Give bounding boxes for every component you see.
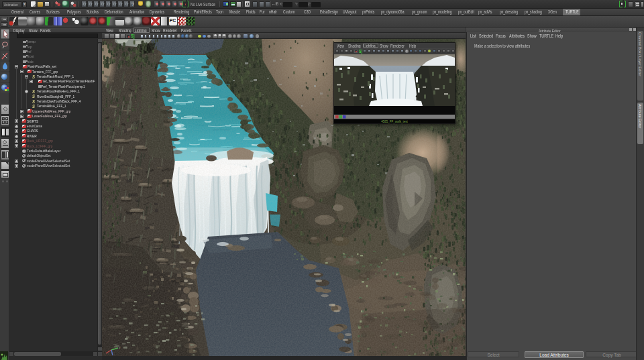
svg-text:4585_FF_walk_test: 4585_FF_walk_test <box>381 120 408 123</box>
